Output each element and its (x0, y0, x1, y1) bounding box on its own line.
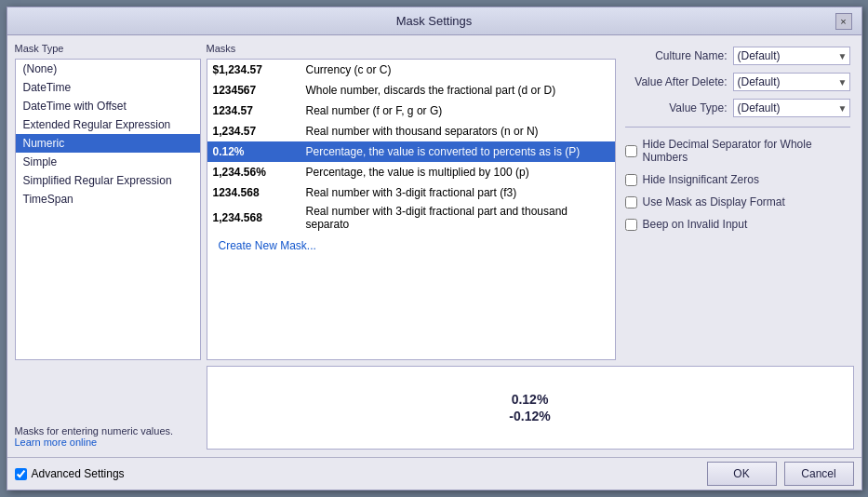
advanced-settings-checkbox[interactable] (15, 468, 27, 480)
mask-type-extended-regex[interactable]: Extended Regular Expression (16, 115, 200, 134)
mask-row-real3[interactable]: 1234.568 Real number with 3-digit fracti… (207, 182, 615, 203)
main-content-row: Mask Type (None) DateTime DateTime with … (15, 43, 854, 360)
mask-type-numeric[interactable]: Numeric (16, 134, 200, 153)
ok-button[interactable]: OK (707, 462, 777, 486)
settings-divider (625, 127, 850, 128)
mask-value-real: 1234.57 (213, 104, 306, 117)
mask-type-timespan[interactable]: TimeSpan (16, 190, 200, 208)
mask-row-real3-thousand[interactable]: 1,234.568 Real number with 3-digit fract… (207, 203, 615, 233)
mask-desc-whole: Whole number, discards the fractional pa… (306, 84, 609, 97)
mask-desc-percent-lower: Percentage, the value is multiplied by 1… (306, 166, 609, 179)
mask-type-label: Mask Type (15, 43, 201, 54)
mask-type-panel: Mask Type (None) DateTime DateTime with … (15, 43, 201, 360)
use-mask-display-label: Use Mask as Display Format (643, 195, 785, 208)
culture-name-label: Culture Name: (625, 49, 728, 62)
mask-row-real[interactable]: 1234.57 Real number (f or F, g or G) (207, 101, 615, 121)
preview-value-negative: -0.12% (509, 409, 550, 423)
use-mask-display-row: Use Mask as Display Format (625, 195, 850, 209)
hide-insignificant-row: Hide Insignificant Zeros (625, 172, 850, 187)
culture-name-row: Culture Name: (Default) en-US en-GB fr-F… (625, 47, 850, 65)
culture-name-select-wrapper: (Default) en-US en-GB fr-FR ▼ (733, 47, 850, 65)
hide-decimal-checkbox[interactable] (625, 145, 637, 157)
mask-row-percent-p[interactable]: 0.12% Percentage, the value is converted… (207, 141, 615, 162)
mask-value-thousand: 1,234.57 (213, 125, 306, 138)
value-after-delete-select[interactable]: (Default) (733, 73, 850, 91)
right-settings-panel: Culture Name: (Default) en-US en-GB fr-F… (621, 43, 854, 360)
hide-decimal-label: Hide Decimal Separator for Whole Numbers (643, 138, 850, 164)
close-button[interactable]: × (835, 13, 852, 30)
hide-insignificant-label: Hide Insignificant Zeros (643, 173, 759, 186)
learn-more-link[interactable]: Learn more online (15, 437, 201, 448)
mask-desc-currency: Currency (c or C) (306, 63, 609, 76)
title-bar: Mask Settings × (7, 7, 861, 35)
value-type-select[interactable]: (Default) (733, 99, 850, 117)
value-type-row: Value Type: (Default) ▼ (625, 99, 850, 117)
mask-value-real3-thousand: 1,234.568 (213, 211, 306, 224)
mask-value-real3: 1234.568 (213, 186, 306, 199)
mask-type-simple[interactable]: Simple (16, 153, 200, 171)
footer-buttons: OK Cancel (707, 462, 854, 486)
mask-desc-thousand: Real number with thousand separators (n … (306, 125, 609, 138)
mask-value-percent-p: 0.12% (213, 145, 306, 158)
mask-type-simplified-regex[interactable]: Simplified Regular Expression (16, 171, 200, 190)
value-type-label: Value Type: (625, 101, 728, 114)
mask-value-currency: $1,234.57 (213, 63, 306, 76)
info-text: Masks for entering numeric values. (15, 425, 201, 437)
mask-type-none[interactable]: (None) (16, 60, 200, 78)
mask-desc-real: Real number (f or F, g or G) (306, 104, 609, 117)
value-after-delete-select-wrapper: (Default) ▼ (733, 73, 850, 91)
dialog-title: Mask Settings (33, 14, 835, 28)
preview-value-positive: 0.12% (512, 392, 549, 407)
mask-row-thousand[interactable]: 1,234.57 Real number with thousand separ… (207, 121, 615, 141)
mask-row-currency[interactable]: $1,234.57 Currency (c or C) (207, 60, 615, 80)
mask-row-whole[interactable]: 1234567 Whole number, discards the fract… (207, 80, 615, 101)
dialog-footer: Advanced Settings OK Cancel (7, 457, 861, 490)
mask-type-datetime[interactable]: DateTime (16, 78, 200, 97)
mask-row-percent-lower[interactable]: 1,234.56% Percentage, the value is multi… (207, 162, 615, 182)
value-type-select-wrapper: (Default) ▼ (733, 99, 850, 117)
preview-box: 0.12% -0.12% (207, 366, 854, 450)
beep-invalid-checkbox[interactable] (625, 219, 637, 231)
dialog-body: Mask Type (None) DateTime DateTime with … (7, 35, 861, 457)
hide-decimal-row: Hide Decimal Separator for Whole Numbers (625, 137, 850, 165)
mask-desc-real3: Real number with 3-digit fractional part… (306, 186, 609, 199)
mask-type-datetime-offset[interactable]: DateTime with Offset (16, 97, 200, 115)
mask-type-listbox[interactable]: (None) DateTime DateTime with Offset Ext… (15, 59, 201, 360)
masks-table[interactable]: $1,234.57 Currency (c or C) 1234567 Whol… (207, 59, 616, 360)
hide-insignificant-checkbox[interactable] (625, 174, 637, 186)
mask-value-whole: 1234567 (213, 84, 306, 97)
cancel-button[interactable]: Cancel (784, 462, 854, 486)
beep-invalid-label: Beep on Invalid Input (643, 218, 748, 231)
value-after-delete-label: Value After Delete: (625, 75, 728, 88)
info-panel: Masks for entering numeric values. Learn… (15, 366, 201, 450)
advanced-settings-row: Advanced Settings (15, 467, 125, 480)
mask-desc-percent-p: Percentage, the value is converted to pe… (306, 145, 609, 158)
create-new-mask-link[interactable]: Create New Mask... (213, 236, 322, 255)
mask-settings-dialog: Mask Settings × Mask Type (None) DateTim… (7, 7, 862, 490)
beep-invalid-row: Beep on Invalid Input (625, 217, 850, 232)
mask-value-percent-lower: 1,234.56% (213, 166, 306, 179)
masks-panel: Masks $1,234.57 Currency (c or C) 123456… (207, 43, 616, 360)
value-after-delete-row: Value After Delete: (Default) ▼ (625, 73, 850, 91)
advanced-settings-label: Advanced Settings (32, 467, 125, 480)
use-mask-display-checkbox[interactable] (625, 196, 637, 208)
mask-desc-real3-thousand: Real number with 3-digit fractional part… (306, 205, 609, 231)
culture-name-select[interactable]: (Default) en-US en-GB fr-FR (733, 47, 850, 65)
bottom-row: Masks for entering numeric values. Learn… (15, 366, 854, 450)
masks-label: Masks (207, 43, 616, 54)
